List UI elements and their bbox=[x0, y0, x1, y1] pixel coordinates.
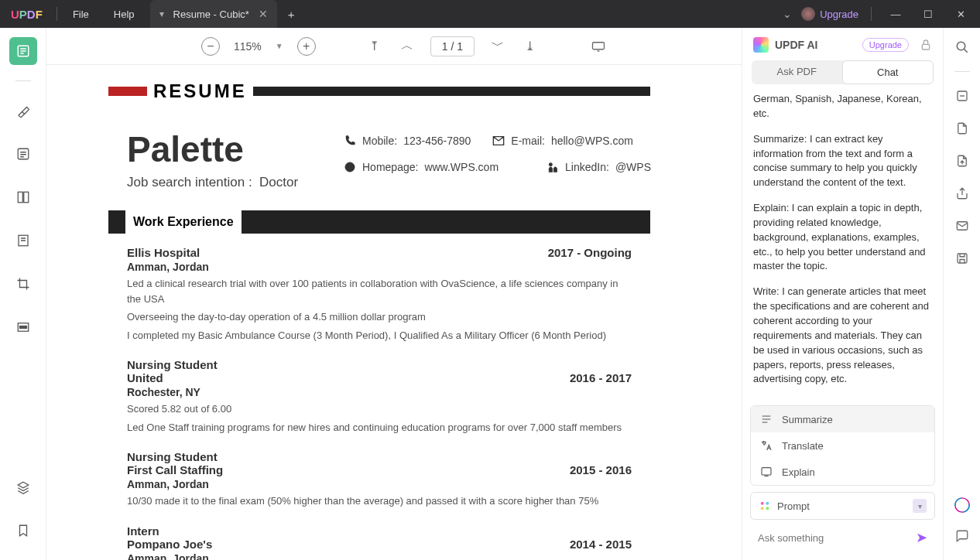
export-icon[interactable] bbox=[954, 152, 971, 169]
reader-mode-icon[interactable] bbox=[9, 37, 37, 65]
first-page-icon[interactable]: ⤒ bbox=[365, 37, 384, 56]
page-indicator[interactable]: 1 / 1 bbox=[430, 36, 475, 56]
svg-rect-13 bbox=[922, 44, 929, 50]
presentation-icon[interactable] bbox=[589, 37, 608, 56]
tab-title: Resume - Cubic* bbox=[173, 9, 249, 20]
tab-ask-pdf[interactable]: Ask PDF bbox=[752, 60, 842, 84]
edit-text-icon[interactable] bbox=[9, 140, 37, 168]
job-entry: Intern Pompano Joe's2014 - 2015 Amman, J… bbox=[108, 521, 650, 561]
job-entry: Ellis Hospital2017 - Ongoing Amman, Jord… bbox=[108, 243, 650, 346]
tab-close-icon[interactable]: ✕ bbox=[259, 8, 268, 20]
svg-point-16 bbox=[766, 502, 769, 505]
zoom-out-icon[interactable]: − bbox=[201, 37, 220, 56]
svg-rect-10 bbox=[592, 42, 604, 49]
ai-panel: UPDF AI Upgrade Ask PDF Chat German, Spa… bbox=[742, 28, 943, 560]
bookmark-icon[interactable] bbox=[9, 517, 37, 545]
svg-rect-6 bbox=[23, 192, 28, 203]
svg-point-12 bbox=[549, 163, 552, 166]
job-entry: Nursing Student First Call Staffing2015 … bbox=[108, 447, 650, 512]
menu-file[interactable]: File bbox=[60, 9, 101, 20]
svg-rect-14 bbox=[762, 468, 771, 475]
window-minimize-icon[interactable]: — bbox=[884, 9, 907, 20]
svg-point-19 bbox=[957, 42, 965, 50]
titlebar: UPDF File Help ▾ Resume - Cubic* ✕ + ⌄ U… bbox=[0, 0, 980, 28]
document-page: RESUME Palette Job search intention : Do… bbox=[108, 80, 650, 560]
right-toolbar bbox=[943, 28, 980, 560]
upgrade-button[interactable]: Upgrade bbox=[801, 7, 858, 21]
ai-tabs: Ask PDF Chat bbox=[752, 60, 934, 84]
next-page-icon[interactable]: ﹀ bbox=[488, 37, 507, 56]
window-close-icon[interactable]: ✕ bbox=[949, 9, 972, 20]
svg-rect-5 bbox=[18, 192, 22, 203]
prompt-dropdown-icon[interactable]: ▾ bbox=[913, 499, 927, 513]
resume-name: Palette bbox=[127, 128, 344, 170]
zoom-in-icon[interactable]: + bbox=[297, 37, 316, 56]
ask-input[interactable] bbox=[758, 532, 911, 544]
contact-homepage: Homepage: www.WPS.com bbox=[344, 161, 499, 173]
lock-icon bbox=[920, 39, 932, 51]
app-logo: UPDF bbox=[0, 8, 53, 21]
updf-ai-logo-icon bbox=[753, 37, 769, 53]
prompt-label: Prompt bbox=[777, 500, 810, 512]
upgrade-label: Upgrade bbox=[820, 9, 858, 20]
tab-pin-icon: ▾ bbox=[159, 9, 164, 19]
avatar-icon bbox=[801, 7, 815, 21]
menu-help[interactable]: Help bbox=[101, 9, 147, 20]
ask-input-row: ➤ bbox=[750, 524, 935, 551]
email-icon[interactable] bbox=[954, 217, 971, 234]
document-viewport[interactable]: RESUME Palette Job search intention : Do… bbox=[46, 65, 742, 560]
page-layout-icon[interactable] bbox=[9, 183, 37, 211]
svg-point-15 bbox=[761, 502, 764, 505]
action-explain[interactable]: Explain bbox=[751, 459, 934, 485]
contact-email: E-mail: hello@WPS.com bbox=[492, 135, 633, 147]
ai-text: Write: I can generate articles that meet… bbox=[753, 285, 932, 387]
contact-linkedin: LinkedIn: @WPS bbox=[547, 161, 651, 173]
zoom-dropdown-icon[interactable]: ▼ bbox=[276, 42, 283, 50]
action-summarize[interactable]: Summarize bbox=[751, 406, 934, 432]
save-icon[interactable] bbox=[954, 250, 971, 267]
convert-icon[interactable] bbox=[954, 120, 971, 137]
window-maximize-icon[interactable]: ☐ bbox=[917, 9, 940, 20]
job-intention: Job search intention : Doctor bbox=[127, 175, 344, 190]
highlight-icon[interactable] bbox=[9, 97, 37, 125]
redact-icon[interactable] bbox=[9, 313, 37, 341]
form-icon[interactable] bbox=[9, 227, 37, 254]
svg-rect-9 bbox=[19, 326, 26, 329]
layers-icon[interactable] bbox=[9, 473, 37, 501]
svg-rect-4 bbox=[18, 149, 29, 159]
search-icon[interactable] bbox=[954, 39, 971, 56]
prompt-selector[interactable]: Prompt ▾ bbox=[750, 492, 935, 520]
prev-page-icon[interactable]: ︿ bbox=[398, 37, 416, 56]
section-work-title: Work Experience bbox=[133, 215, 234, 229]
last-page-icon[interactable]: ⤓ bbox=[521, 37, 540, 56]
ai-sparkle-icon[interactable] bbox=[954, 497, 971, 514]
ai-text: Summarize: I can extract key information… bbox=[753, 132, 932, 190]
ai-panel-title: UPDF AI bbox=[775, 39, 817, 51]
send-icon[interactable]: ➤ bbox=[911, 529, 932, 546]
ai-text: Explain: I can explain a topic in depth,… bbox=[753, 201, 932, 274]
svg-rect-22 bbox=[958, 254, 967, 263]
tab-chat[interactable]: Chat bbox=[842, 60, 934, 84]
contact-mobile: Mobile: 123-456-7890 bbox=[344, 135, 471, 147]
document-tab[interactable]: ▾ Resume - Cubic* ✕ bbox=[150, 0, 277, 28]
zoom-value: 115% bbox=[234, 40, 262, 53]
ocr-icon[interactable] bbox=[954, 87, 971, 104]
svg-point-17 bbox=[761, 507, 764, 510]
ai-upgrade-button[interactable]: Upgrade bbox=[862, 38, 909, 52]
resume-banner: RESUME bbox=[147, 80, 253, 102]
ai-chat-body[interactable]: German, Spanish, Japanese, Korean, etc. … bbox=[742, 84, 943, 405]
comment-icon[interactable] bbox=[954, 528, 971, 545]
tab-add-button[interactable]: + bbox=[277, 8, 306, 21]
view-toolbar: − 115% ▼ + ⤒ ︿ 1 / 1 ﹀ ⤓ bbox=[46, 28, 742, 65]
ai-text: German, Spanish, Japanese, Korean, etc. bbox=[753, 92, 932, 121]
job-entry: Nursing Student United2016 - 2017 Roches… bbox=[108, 355, 650, 438]
action-translate[interactable]: Translate bbox=[751, 432, 934, 459]
crop-icon[interactable] bbox=[9, 270, 37, 298]
left-toolbar bbox=[0, 28, 46, 560]
svg-point-18 bbox=[766, 507, 769, 510]
tab-list-dropdown-icon[interactable]: ⌄ bbox=[783, 8, 792, 20]
share-icon[interactable] bbox=[954, 185, 971, 202]
ai-quick-actions: Summarize Translate Explain bbox=[750, 405, 935, 486]
